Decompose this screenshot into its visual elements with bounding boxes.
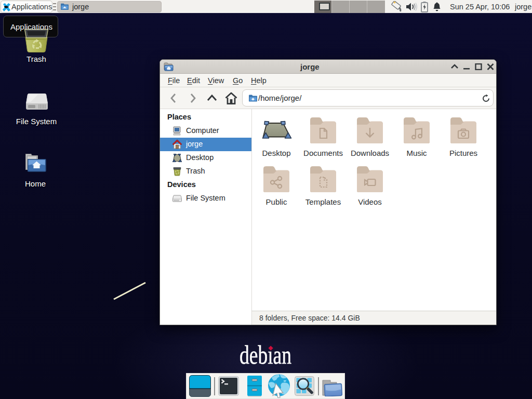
svg-text:debıan: debıan bbox=[240, 340, 291, 369]
